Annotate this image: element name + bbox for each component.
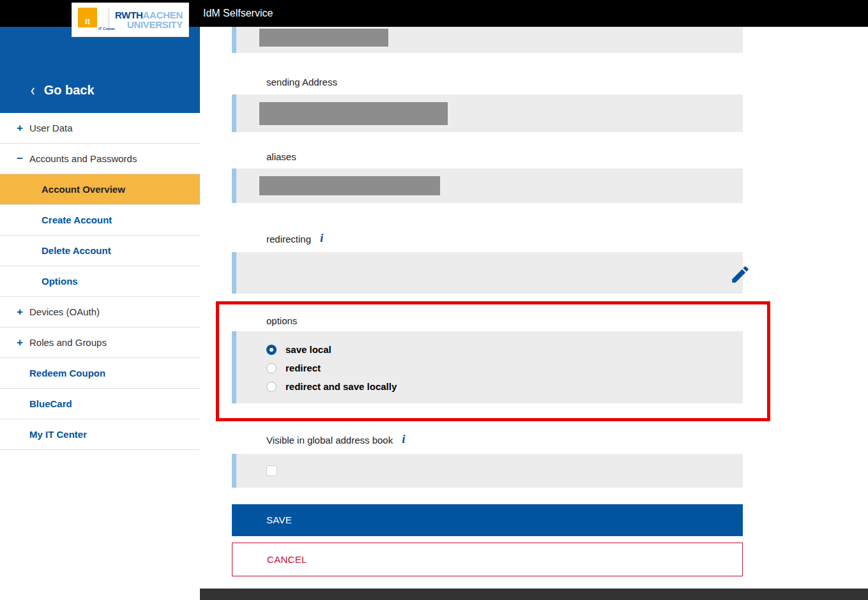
plus-icon[interactable]: + [15,336,24,349]
aliases-label: aliases [266,151,296,162]
go-back-button[interactable]: ‹ Go back [31,83,95,98]
redirecting-field[interactable] [232,252,743,294]
radio-unselected-icon[interactable] [266,363,277,373]
sending-address-label: sending Address [266,77,337,87]
redacted-value [259,176,440,195]
it-square-icon: it [78,8,97,27]
field-top-partial[interactable] [232,27,743,53]
plus-icon[interactable]: + [15,306,24,319]
sidebar-item-create-account[interactable]: Create Account [0,205,200,236]
app-title: IdM Selfservice [203,0,273,27]
sidebar-item-accounts-passwords[interactable]: − Accounts and Passwords [0,144,200,174]
options-field: save local redirect redirect and save lo… [232,331,743,403]
sidebar-item-options[interactable]: Options [0,266,200,297]
aliases-field[interactable] [232,169,743,203]
redacted-value [259,102,448,125]
sidebar-item-user-data[interactable]: + User Data [0,113,200,144]
rwth-itcenter-logo[interactable]: it IT Center RWTHAACHEN UNIVERSITY [72,3,188,36]
radio-option-save-local[interactable]: save local [266,340,743,359]
redirecting-label: redirecting i [266,234,323,244]
chevron-left-icon: ‹ [31,81,35,100]
itcenter-logo-icon: it IT Center [78,8,107,32]
visible-checkbox[interactable] [266,465,277,476]
sidebar-item-account-overview[interactable]: Account Overview [0,174,200,205]
visible-global-address-label: Visible in global address book i [266,435,405,446]
sidebar-item-redeem-coupon[interactable]: Redeem Coupon [0,358,200,389]
cancel-button[interactable]: CANCEL [232,543,743,576]
visible-global-address-field [232,454,743,488]
minus-icon[interactable]: − [15,153,24,165]
edit-pencil-icon[interactable] [729,264,751,285]
info-icon[interactable]: i [402,435,405,444]
app-root: IdM Selfservice it IT Center RWTHAACHEN … [0,0,868,600]
radio-unselected-icon[interactable] [266,382,277,392]
options-label: options [266,315,297,326]
university-text: UNIVERSITY [115,20,183,29]
sidebar-item-devices-oauth[interactable]: + Devices (OAuth) [0,297,200,327]
plus-icon[interactable]: + [15,122,24,135]
radio-selected-icon[interactable] [266,345,277,355]
sidebar-item-roles-groups[interactable]: + Roles and Groups [0,327,200,358]
footer-bar [200,589,868,600]
go-back-label: Go back [44,83,95,98]
sidebar-nav: + User Data − Accounts and Passwords Acc… [0,113,200,450]
save-button[interactable]: SAVE [232,504,743,536]
main-content: sending Address aliases redirecting i op… [200,27,868,589]
itcenter-label: IT Center [98,27,115,31]
radio-option-redirect[interactable]: redirect [266,359,743,377]
rwth-wordmark: RWTHAACHEN UNIVERSITY [115,10,183,29]
sidebar-item-delete-account[interactable]: Delete Account [0,236,200,266]
sending-address-field[interactable] [232,94,743,132]
info-icon[interactable]: i [320,234,323,243]
sidebar-item-bluecard[interactable]: BlueCard [0,389,200,419]
sidebar: ‹ Go back + User Data − Accounts and Pas… [0,27,200,600]
redacted-value [259,29,388,47]
sidebar-item-my-it-center[interactable]: My IT Center [0,419,200,450]
sidebar-header: ‹ Go back [0,27,200,113]
radio-option-redirect-and-save[interactable]: redirect and save locally [266,377,743,396]
